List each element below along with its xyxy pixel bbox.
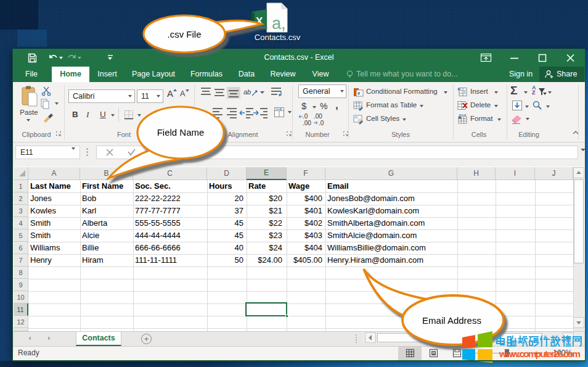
- svg-text:www.computer26.com: www.computer26.com: [499, 348, 581, 359]
